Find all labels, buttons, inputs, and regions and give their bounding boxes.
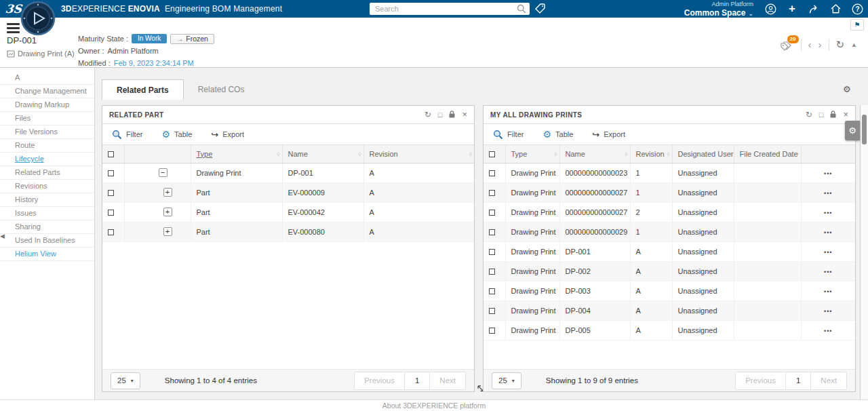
panel-lock-icon[interactable] bbox=[449, 111, 455, 119]
row-actions-menu-icon[interactable]: ••• bbox=[824, 190, 832, 197]
sidebar-item-used-in-baselines[interactable]: Used In Baselines bbox=[0, 234, 94, 248]
sidebar-item-drawing-markup[interactable]: Drawing Markup bbox=[0, 98, 94, 112]
row-checkbox[interactable] bbox=[108, 229, 114, 235]
sidebar-item-lifecycle[interactable]: Lifecycle bbox=[0, 153, 94, 166]
filter-button[interactable]: Filter bbox=[493, 130, 524, 140]
table-button[interactable]: ⚙ Table bbox=[161, 130, 192, 139]
sidebar-item-files[interactable]: Files bbox=[0, 112, 94, 125]
column-header-type[interactable]: Type◊ bbox=[505, 145, 559, 163]
panel-close-icon[interactable]: × bbox=[843, 111, 848, 119]
page-settings-gear-icon[interactable]: ⚙ bbox=[843, 84, 851, 94]
page-size-select[interactable]: 25▾ bbox=[492, 372, 521, 389]
collapse-row-icon[interactable]: − bbox=[159, 168, 167, 177]
tag-search-icon[interactable] bbox=[534, 3, 546, 16]
sidebar-collapse-arrow[interactable]: ◀ bbox=[0, 233, 5, 239]
row-actions-menu-icon[interactable]: ••• bbox=[824, 288, 832, 295]
panel-maximize-icon[interactable]: □ bbox=[438, 111, 443, 119]
sidebar-item-route[interactable]: Route bbox=[0, 139, 94, 153]
row-checkbox[interactable] bbox=[489, 269, 495, 275]
row-checkbox[interactable] bbox=[489, 308, 495, 314]
modified-value[interactable]: Feb 9, 2023 2:34:14 PM bbox=[114, 59, 194, 67]
expand-row-icon[interactable]: + bbox=[163, 188, 172, 197]
row-checkbox[interactable] bbox=[489, 288, 495, 294]
row-checkbox[interactable] bbox=[489, 190, 495, 196]
row-checkbox[interactable] bbox=[489, 170, 495, 176]
filter-button[interactable]: Filter bbox=[112, 130, 142, 140]
sidebar-item-revisions[interactable]: Revisions bbox=[0, 180, 94, 193]
sidebar-item-sharing[interactable]: Sharing bbox=[0, 220, 94, 234]
sidebar-item-history[interactable]: History bbox=[0, 193, 94, 207]
row-checkbox[interactable] bbox=[108, 210, 114, 216]
row-actions-menu-icon[interactable]: ••• bbox=[824, 170, 832, 177]
bookmark-flag-button[interactable]: ⚑ bbox=[850, 19, 864, 31]
panel-refresh-icon[interactable]: ↻ bbox=[425, 111, 431, 119]
cell-designated-user: Unassigned bbox=[672, 261, 734, 281]
row-checkbox[interactable] bbox=[108, 170, 114, 176]
tab-related-cos[interactable]: Related COs bbox=[184, 79, 259, 100]
select-all-checkbox[interactable] bbox=[108, 151, 114, 157]
sidebar-item-related-parts[interactable]: Related Parts bbox=[0, 166, 94, 180]
previous-page-button[interactable]: Previous bbox=[735, 372, 786, 390]
row-checkbox[interactable] bbox=[489, 210, 495, 216]
sidebar-item-a[interactable]: A bbox=[0, 71, 94, 85]
expand-row-icon[interactable]: + bbox=[163, 208, 172, 216]
row-actions-menu-icon[interactable]: ••• bbox=[824, 308, 832, 315]
row-actions-menu-icon[interactable]: ••• bbox=[824, 229, 832, 236]
export-button[interactable]: ↪ Export bbox=[592, 130, 625, 139]
refresh-icon[interactable]: ↻ bbox=[836, 39, 845, 51]
scrollbar-thumb[interactable] bbox=[862, 115, 867, 144]
help-icon[interactable]: ? bbox=[851, 3, 863, 15]
about-platform-link[interactable]: About 3DEXPERIENCE platform bbox=[382, 402, 486, 410]
column-header-name[interactable]: Name◊ bbox=[282, 145, 363, 163]
next-page-button[interactable]: Next bbox=[811, 372, 847, 390]
table-button[interactable]: ⚙ Table bbox=[542, 130, 573, 139]
row-actions-menu-icon[interactable]: ••• bbox=[824, 328, 832, 334]
sidebar-item-issues[interactable]: Issues bbox=[0, 207, 94, 220]
search-input[interactable] bbox=[370, 5, 517, 13]
panel-refresh-icon[interactable]: ↻ bbox=[806, 111, 812, 119]
compass-icon[interactable] bbox=[20, 1, 56, 36]
row-checkbox[interactable] bbox=[489, 249, 495, 255]
row-checkbox[interactable] bbox=[108, 190, 114, 196]
page-size-select[interactable]: 25▾ bbox=[111, 372, 140, 389]
panel-maximize-icon[interactable]: □ bbox=[819, 111, 824, 119]
export-button[interactable]: ↪ Export bbox=[211, 130, 244, 139]
promote-frozen-button[interactable]: →Frozen bbox=[170, 34, 214, 44]
tab-related-parts[interactable]: Related Parts bbox=[102, 79, 184, 100]
row-actions-menu-icon[interactable]: ••• bbox=[824, 249, 832, 256]
previous-page-button[interactable]: Previous bbox=[354, 372, 405, 390]
vertical-scrollbar[interactable] bbox=[860, 105, 868, 400]
expand-row-icon[interactable]: + bbox=[163, 227, 172, 236]
user-context-menu[interactable]: Admin Platform Common Space⌄ bbox=[684, 1, 753, 17]
current-page-button[interactable]: 1 bbox=[405, 372, 430, 390]
column-header-revision[interactable]: Revision◊ bbox=[363, 145, 474, 163]
select-all-checkbox[interactable] bbox=[489, 151, 495, 157]
next-page-button[interactable]: Next bbox=[430, 372, 466, 390]
home-icon[interactable] bbox=[829, 3, 842, 15]
row-actions-menu-icon[interactable]: ••• bbox=[824, 269, 832, 275]
sidebar-item-helium-view[interactable]: Helium View bbox=[0, 248, 94, 261]
row-checkbox[interactable] bbox=[489, 229, 495, 235]
column-header-name[interactable]: Name◊ bbox=[559, 145, 630, 163]
row-actions-menu-icon[interactable]: ••• bbox=[824, 210, 832, 216]
panel-lock-icon[interactable] bbox=[830, 111, 836, 119]
row-checkbox[interactable] bbox=[489, 328, 495, 334]
column-header-file-created-date[interactable]: File Created Date◊ bbox=[734, 145, 801, 163]
current-page-button[interactable]: 1 bbox=[786, 372, 811, 390]
column-header-revision[interactable]: Revision◊ bbox=[630, 145, 672, 163]
tags-notifications-icon[interactable]: 20 bbox=[779, 39, 794, 51]
sidebar-item-change-management[interactable]: Change Management bbox=[0, 85, 94, 98]
user-profile-icon[interactable] bbox=[764, 3, 776, 15]
add-content-icon[interactable]: + bbox=[786, 3, 798, 15]
collapse-header-icon[interactable]: ▲ bbox=[851, 41, 857, 48]
settings-flyout-gear-icon[interactable]: ⚙ bbox=[845, 121, 860, 140]
panel-close-icon[interactable]: × bbox=[462, 111, 467, 119]
history-forward-icon[interactable]: › bbox=[818, 40, 822, 50]
history-back-icon[interactable]: ‹ bbox=[808, 40, 812, 50]
search-icon[interactable] bbox=[517, 4, 526, 14]
column-header-type[interactable]: Type◊ bbox=[191, 145, 282, 163]
share-icon[interactable] bbox=[808, 3, 820, 15]
menu-hamburger-icon[interactable] bbox=[7, 23, 20, 35]
sidebar-item-file-versions[interactable]: File Versions bbox=[0, 125, 94, 139]
column-header-designated-user[interactable]: Designated User◊ bbox=[672, 145, 734, 163]
